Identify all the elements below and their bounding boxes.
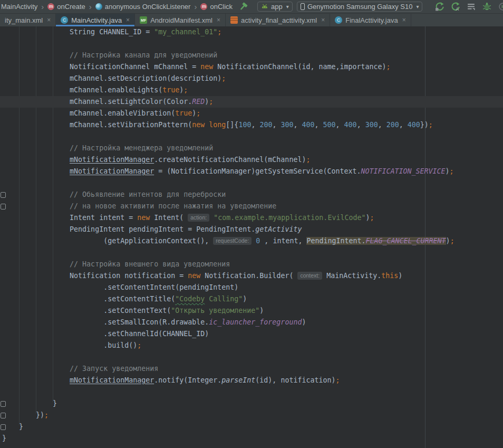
close-icon[interactable]: × xyxy=(402,16,406,24)
tab-finalacttivity-java[interactable]: CFinalActtivity.java× xyxy=(330,14,411,26)
code-token: []{ xyxy=(226,121,238,129)
profiler-icon[interactable] xyxy=(498,2,503,12)
code-token: parseInt xyxy=(221,376,255,384)
code-token: PendingIntent pendingIntent = PendingInt… xyxy=(70,225,255,233)
code-line[interactable] xyxy=(0,247,503,259)
code-token: "com.example.myapplication.EvilCode" xyxy=(214,214,365,222)
code-token: ; xyxy=(450,167,454,175)
tab-label: FinalActtivity.java xyxy=(345,16,398,24)
run-tasks-list-icon[interactable] xyxy=(466,2,476,12)
code-token: true xyxy=(175,109,192,117)
code-token: Notification notification = xyxy=(70,272,188,280)
parameter-hint: requestCode: xyxy=(213,237,252,245)
code-token: long xyxy=(209,121,226,129)
code-line[interactable]: mNotificationManager = (NotificationMana… xyxy=(0,166,503,177)
editor[interactable]: String CHANNEL_ID = "my_channel_01"; // … xyxy=(0,26,503,448)
breadcrumb-item-anonymous-onclicklistener[interactable]: anonymous OnClickListener xyxy=(95,3,191,11)
tab-bar: ity_main.xml×CMainActivity.java×MFAndroi… xyxy=(0,14,503,26)
code-token: ; xyxy=(183,86,188,94)
code-token: ; xyxy=(137,341,141,349)
code-line[interactable]: mChannel.setLightColor(Color.RED); xyxy=(0,96,503,108)
code-line[interactable] xyxy=(0,131,503,142)
fold-marker-icon[interactable] xyxy=(1,401,6,407)
code-line[interactable]: // Настройка внешнего вида уведомления xyxy=(0,259,503,270)
breadcrumb-item-mainactivity[interactable]: MainActivity xyxy=(1,3,37,11)
tab-androidmanifest-xml[interactable]: MFAndroidManifest.xml× xyxy=(135,14,226,26)
code-line[interactable]: mChannel.setDescription(description); xyxy=(0,73,503,84)
device-selector-label: Genymotion Samsung Galaxy S10 xyxy=(307,3,412,11)
code-line[interactable] xyxy=(0,38,503,50)
code-line[interactable]: PendingIntent pendingIntent = PendingInt… xyxy=(0,224,503,235)
code-line[interactable]: } xyxy=(0,398,503,409)
code-line[interactable]: }); xyxy=(0,409,503,421)
tab-activity-final-acttivity-xml[interactable]: activity_final_acttivity.xml× xyxy=(226,14,330,26)
code-token: // на новое активити после нажатия на ув… xyxy=(70,202,276,210)
fold-marker-icon[interactable] xyxy=(1,204,6,209)
code-token: , xyxy=(399,121,408,129)
code-line[interactable]: String CHANNEL_ID = "my_channel_01"; xyxy=(0,26,503,38)
code-line[interactable]: } xyxy=(0,421,503,433)
debug-bug-icon[interactable] xyxy=(482,2,491,12)
code-line[interactable] xyxy=(0,351,503,363)
code-line[interactable]: NotificationChannel mChannel = new Notif… xyxy=(0,61,503,73)
code-line[interactable] xyxy=(0,386,503,398)
code-line[interactable]: .setContentTitle("Codeby Calling") xyxy=(0,293,503,305)
code-token: NotificationChannel mChannel = xyxy=(70,63,200,71)
code-token: ; xyxy=(196,109,200,117)
parameter-hint: context: xyxy=(297,272,322,280)
code-line[interactable]: // Запуск уведомления xyxy=(0,363,503,375)
manifest-icon: MF xyxy=(140,16,147,24)
code-token: 300 xyxy=(365,121,378,129)
code-token: mChannel.setVibrationPattern( xyxy=(70,121,192,129)
code-line[interactable]: // Настройка канала для уведомлений xyxy=(0,50,503,61)
run-configuration-select[interactable]: app ▾ xyxy=(257,2,293,12)
code-line[interactable]: // Обьявление интентов для переброски xyxy=(0,189,503,201)
code-token: .notify(Integer. xyxy=(154,376,221,384)
close-icon[interactable]: × xyxy=(321,16,325,24)
code-line[interactable]: // Настройка менеджера уведомлений xyxy=(0,142,503,154)
breadcrumb-item-onclick[interactable]: monClick xyxy=(200,3,233,11)
code-token: ) xyxy=(446,167,450,175)
code-token: NOTIFICATION_SERVICE xyxy=(361,167,445,175)
code-line[interactable]: mChannel.setVibrationPattern(new long[]{… xyxy=(0,119,503,131)
close-icon[interactable]: × xyxy=(126,16,130,24)
build-hammer-icon[interactable] xyxy=(238,2,248,12)
build-project-button[interactable] xyxy=(238,0,248,13)
close-icon[interactable]: × xyxy=(47,16,51,24)
code-line[interactable]: Intent intent = new Intent( action: "com… xyxy=(0,212,503,224)
code-token: ) xyxy=(243,295,247,303)
code-line[interactable]: .setContentIntent(pendingIntent) xyxy=(0,282,503,293)
code-token: "Открыть уведомление" xyxy=(171,307,259,314)
tab-mainactivity-java[interactable]: CMainActivity.java× xyxy=(56,14,135,26)
fold-marker-icon[interactable] xyxy=(1,424,6,430)
anonymous-class-icon xyxy=(95,3,102,10)
fold-marker-icon[interactable] xyxy=(1,192,6,198)
code-line[interactable]: } xyxy=(0,433,503,444)
fold-marker-icon[interactable] xyxy=(1,413,6,418)
breadcrumb-label: anonymous OnClickListener xyxy=(105,3,191,11)
code-line[interactable]: mChannel.enableVibration(true); xyxy=(0,108,503,119)
code-line[interactable]: .setContentText("Открыть уведомление") xyxy=(0,305,503,317)
code-token: }) xyxy=(420,121,429,129)
code-line[interactable]: (getApplicationContext(), requestCode: 0… xyxy=(0,235,503,247)
code-line[interactable]: .setSmallIcon(R.drawable.ic_launcher_for… xyxy=(0,317,503,328)
breadcrumb-separator: › xyxy=(41,2,44,11)
breadcrumb-item-oncreate[interactable]: monCreate xyxy=(47,3,85,11)
apply-changes-restart-icon[interactable] xyxy=(434,2,444,12)
code-line[interactable]: mNotificationManager.createNotificationC… xyxy=(0,154,503,166)
code-token: new xyxy=(137,214,150,222)
code-line[interactable]: mNotificationManager.notify(Integer.pars… xyxy=(0,375,503,386)
tab-ity-main-xml[interactable]: ity_main.xml× xyxy=(0,14,56,26)
device-selector[interactable]: Genymotion Samsung Galaxy S10 ▾ xyxy=(297,2,422,12)
code-token: "my_channel_01" xyxy=(154,28,217,36)
code-line[interactable]: .setChannelId(CHANNEL_ID) xyxy=(0,328,503,340)
apply-code-changes-icon[interactable]: A xyxy=(450,2,460,12)
code-token: 200 xyxy=(259,121,272,129)
code-line[interactable]: Notification notification = new Notifica… xyxy=(0,270,503,282)
code-line[interactable] xyxy=(0,177,503,189)
code-token: , xyxy=(272,121,280,129)
code-line[interactable]: mChannel.enableLights(true); xyxy=(0,84,503,96)
close-icon[interactable]: × xyxy=(217,16,220,24)
code-line[interactable]: .build(); xyxy=(0,340,503,351)
code-line[interactable]: // на новое активити после нажатия на ув… xyxy=(0,201,503,212)
